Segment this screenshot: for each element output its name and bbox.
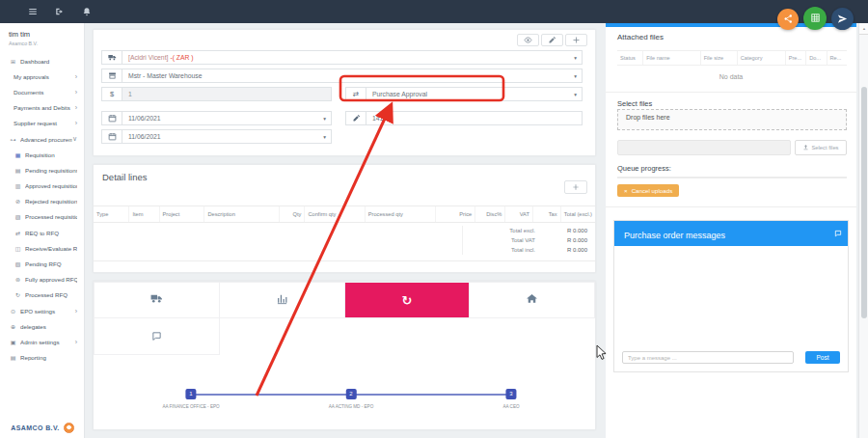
timeline-step-2[interactable]: 2 AA ACTING MD - EPO <box>329 389 373 409</box>
queue-progress-label: Queue progress: <box>617 164 671 173</box>
edit-button[interactable] <box>541 34 563 46</box>
sidebar-item-label: Processed requisitions <box>25 213 77 220</box>
warehouse-field[interactable]: Mstr - Master Warehouse ▾ <box>101 68 583 83</box>
sidebar-item-pending-rfq[interactable]: ▧ Pending RFQ <box>0 256 84 271</box>
calendar-icon <box>101 129 122 144</box>
export-excel-button[interactable] <box>803 7 827 30</box>
column-header[interactable]: Disc% <box>475 206 504 222</box>
sidebar-nav: ⊞ Dashboard My approvals › Documents › P… <box>0 53 84 366</box>
post-message-button[interactable]: Post <box>805 351 840 364</box>
chevron-right-icon: › <box>75 104 77 111</box>
refresh-icon: ↻ <box>401 294 412 307</box>
total-row: Total excl. R 0.000 <box>467 226 587 235</box>
step-number: 1 <box>186 389 197 399</box>
approval-route-tab-active[interactable]: ↻ <box>345 282 471 318</box>
delivery-date-field[interactable]: 11/06/2021 ▾ <box>101 129 332 144</box>
logout-icon[interactable] <box>54 7 65 17</box>
column-header[interactable]: Category <box>737 51 785 65</box>
select-files-button[interactable]: Select files <box>795 140 847 155</box>
no-data-text: No data <box>606 73 856 80</box>
file-drop-zone[interactable]: Drop files here <box>617 109 847 130</box>
cancel-uploads-label: Cancel uploads <box>632 187 673 194</box>
sidebar-item-reporting[interactable]: ▤ Reporting <box>0 350 84 366</box>
spreadsheet-grid-icon <box>810 10 821 27</box>
sidebar-item-rejected-requisitions[interactable]: ⊘ Rejected requisitions <box>0 194 84 209</box>
column-header[interactable]: Qty <box>279 206 304 222</box>
notifications-bell-icon[interactable] <box>81 7 92 17</box>
processed-requisitions-icon: ▨ <box>14 213 22 220</box>
approval-route-field[interactable]: ⇄ Purchase Approval ▾ <box>345 87 583 101</box>
timeline-step-1[interactable]: 1 AA FINANCE OFFICE - EPO <box>162 389 219 409</box>
column-header[interactable]: File name <box>642 51 700 65</box>
sidebar-item-receive-evaluate-rfq[interactable]: ◫ Receive/Evaluate RFQ <box>0 240 84 256</box>
view-button[interactable] <box>517 34 539 46</box>
line-number-value: 1 <box>128 91 132 97</box>
column-header[interactable]: Tax <box>532 206 560 222</box>
column-header[interactable]: Processed qty <box>365 206 435 222</box>
truck-icon <box>101 50 122 65</box>
detail-lines-header: Type Item Project Description Qty Confir… <box>94 205 595 223</box>
bar-chart-icon <box>276 291 288 309</box>
sidebar-item-documents[interactable]: Documents › <box>0 84 84 99</box>
sidebar-item-payments-and-debits[interactable]: Payments and Debits › <box>0 100 84 116</box>
column-header[interactable]: Status <box>617 51 642 65</box>
attached-files-title: Attached files <box>617 33 664 41</box>
share-button[interactable] <box>777 9 799 30</box>
column-header[interactable]: Total (excl.) <box>560 206 595 222</box>
comments-tab[interactable] <box>94 318 220 355</box>
order-date-field[interactable]: 11/06/2021 ▾ <box>101 111 332 125</box>
sidebar-item-requisition[interactable]: ▦ Requisition <box>0 147 84 162</box>
scroll-up-button[interactable]: ▲ <box>859 23 868 35</box>
column-header[interactable]: Do... <box>805 51 826 65</box>
timeline-step-3[interactable]: 3 AA CEO <box>502 389 519 409</box>
message-input[interactable] <box>622 351 794 364</box>
sidebar-item-my-approvals[interactable]: My approvals › <box>0 68 84 84</box>
delivery-tab[interactable] <box>94 282 220 318</box>
column-header[interactable]: VAT <box>504 206 532 222</box>
menu-icon[interactable] <box>27 7 38 17</box>
scrollbar-thumb[interactable] <box>861 87 867 318</box>
column-header[interactable]: Item <box>128 206 158 222</box>
add-button[interactable] <box>565 34 587 46</box>
column-header[interactable]: Price <box>435 206 475 222</box>
chat-bubble-icon <box>834 224 842 241</box>
chevron-right-icon: › <box>75 308 77 315</box>
sidebar-item-fully-approved-rfq[interactable]: ⊚ Fully approved RFQ <box>0 272 84 287</box>
sidebar-item-approved-requisitions[interactable]: ▥ Approved requisitions <box>0 178 84 194</box>
column-header[interactable]: Description <box>203 206 279 222</box>
sidebar-item-label: Pending requisitions <box>25 167 77 174</box>
column-header[interactable]: Pre... <box>785 51 805 65</box>
attachments-panel: Attached files Status File name File siz… <box>606 23 856 438</box>
column-header[interactable]: Re... <box>827 51 847 65</box>
send-button[interactable] <box>831 8 854 30</box>
sidebar-item-req-to-rfq[interactable]: ⇄ REQ to RFQ <box>0 225 84 240</box>
approved-requisitions-icon: ▥ <box>14 182 22 189</box>
sidebar-item-admin-settings[interactable]: ▣ Admin settings › <box>0 334 84 349</box>
sidebar-item-supplier-request[interactable]: Supplier request › <box>0 116 84 131</box>
column-header[interactable]: Project <box>159 206 204 222</box>
cancel-uploads-button[interactable]: × Cancel uploads <box>617 184 679 197</box>
sidebar-item-label: Admin settings <box>20 339 75 345</box>
file-name-input[interactable] <box>617 140 791 155</box>
column-header[interactable]: Confirm qty <box>304 206 364 222</box>
sidebar-item-processed-rfq[interactable]: ↻ Processed RFQ <box>0 287 84 303</box>
order-number-field[interactable]: 14174 <box>345 111 583 125</box>
page-scrollbar[interactable]: ▲ <box>858 23 868 438</box>
sidebar-item-processed-requisitions[interactable]: ▨ Processed requisitions <box>0 209 84 225</box>
column-header[interactable]: File size <box>700 51 737 65</box>
topbar <box>0 0 868 23</box>
sidebar-item-label: delegates <box>20 323 77 330</box>
sidebar-item-label: Pending RFQ <box>25 260 77 267</box>
sidebar-item-advanced-procurement[interactable]: ⊶ Advanced procurement ∨ <box>0 131 84 147</box>
sidebar-item-dashboard[interactable]: ⊞ Dashboard <box>0 53 84 68</box>
home-tab[interactable] <box>470 282 595 318</box>
supplier-field[interactable]: [Acidri Vicent] -( ZAR ) ▾ <box>101 50 583 65</box>
report-tab[interactable] <box>220 282 345 318</box>
sidebar-item-delegates[interactable]: ⊕ delegates <box>0 318 84 334</box>
add-detail-line-button[interactable] <box>564 180 587 194</box>
column-header[interactable]: Type <box>94 206 128 222</box>
sidebar-item-epo-settings[interactable]: ⊙ EPO settings › <box>0 303 84 318</box>
pending-requisitions-icon: ▤ <box>14 167 22 174</box>
sidebar-item-pending-requisitions[interactable]: ▤ Pending requisitions <box>0 162 84 178</box>
home-icon <box>526 291 538 309</box>
